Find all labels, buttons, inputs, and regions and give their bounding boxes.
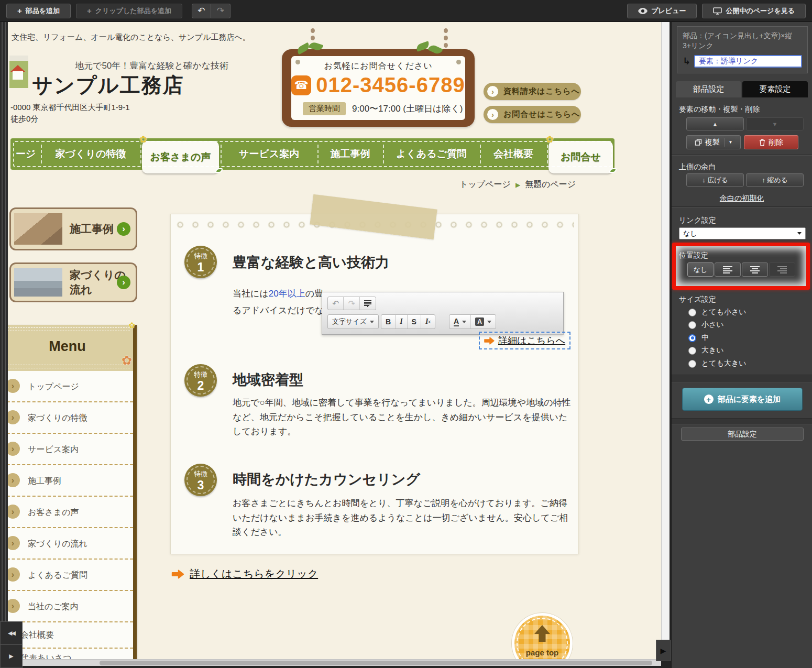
up-triangle-icon: ▲ [712, 121, 718, 127]
sign-inner-board: お気軽にお問合せください ☎ 012-3456-6789 営業時間 9:00〜1… [291, 56, 465, 120]
add-clipped-part-button[interactable]: + クリップした部品を追加 [76, 4, 182, 18]
step-right-button[interactable]: ▶ [1, 644, 22, 667]
menu-item[interactable]: ›家づくりの流れ [8, 528, 133, 560]
page-top-button[interactable]: page top [512, 613, 573, 659]
chevron-right-icon: › [487, 109, 498, 120]
app-window: + 部品を追加 + クリップした部品を追加 ↶ ↷ プレビュー 公開中のページを… [0, 0, 812, 668]
phone-row[interactable]: ☎ 012-3456-6789 [291, 73, 465, 97]
editor-history-group: ↶ ↷ [327, 297, 376, 310]
margin-reset-link[interactable]: 余白の初期化 [672, 194, 812, 203]
scroll-right-button[interactable]: ▶ [656, 640, 671, 661]
delete-button[interactable]: 削除 [744, 135, 798, 149]
menu-item[interactable]: ›当社のご案内 [8, 591, 133, 622]
menu-item[interactable]: ›お客さまの声 [8, 497, 133, 528]
nav-item-top-page[interactable]: ージ [10, 138, 41, 170]
banner-works[interactable]: 施工事例 › [9, 207, 137, 250]
chevron-right-icon: › [8, 536, 20, 550]
margin-shrink-button[interactable]: ↑ 縮める [746, 173, 804, 187]
strikethrough-button[interactable]: S [407, 315, 421, 328]
view-published-button[interactable]: 公開中のページを見る [702, 4, 806, 18]
menu-item[interactable]: 会社概要 [8, 622, 133, 649]
menu-item[interactable]: ›施工事例 [8, 465, 133, 497]
nav-label: お客さまの声 [150, 150, 211, 164]
nav-item-voices[interactable]: お客さまの声 ✿ [140, 138, 221, 170]
leaf-icon [215, 168, 223, 173]
detail-link-selected[interactable]: 詳細はこちらへ [479, 332, 570, 349]
nav-item-services[interactable]: サービス案内 [221, 138, 317, 170]
size-option-m[interactable]: 中 [688, 333, 709, 343]
tab-element-settings[interactable]: 要素設定 [742, 81, 808, 97]
jump-left-button[interactable]: ◀◀ [1, 622, 22, 644]
undo-icon: ↶ [332, 299, 339, 309]
editor-redo-button[interactable]: ↷ [343, 297, 359, 310]
italic-button[interactable]: I [395, 315, 407, 328]
move-up-button[interactable]: ▲ [686, 117, 744, 130]
size-option-xl[interactable]: とても大きい [688, 359, 747, 368]
banner-flow[interactable]: 家づくりの流れ › [9, 262, 137, 302]
bg-color-button[interactable]: A [470, 315, 496, 328]
orange-arrow-icon [484, 337, 495, 345]
editor-paste-button[interactable] [359, 297, 376, 310]
bold-button[interactable]: B [381, 315, 395, 328]
eye-icon [638, 8, 648, 14]
part-label: 部品：(アイコン見出し+文章)×縦3+リンク [683, 31, 802, 51]
top-toolbar: + 部品を追加 + クリップした部品を追加 ↶ ↷ プレビュー 公開中のページを… [0, 0, 812, 22]
position-none-button[interactable]: なし [687, 262, 714, 277]
preview-button[interactable]: プレビュー [627, 4, 697, 18]
text-color-button[interactable]: A [449, 315, 470, 328]
more-link[interactable]: 詳しくはこちらをクリック [171, 567, 318, 581]
contact-button[interactable]: › お問合せはこちらへ [484, 106, 581, 123]
part-settings-button[interactable]: 部品設定 [681, 428, 804, 441]
leaf-icon [427, 43, 443, 56]
horizontal-scrollbar[interactable] [23, 659, 661, 666]
nav-item-faq[interactable]: よくあるご質問 [383, 138, 480, 170]
size-section-title: サイズ設定 [679, 295, 716, 304]
inline-link[interactable]: 20年以上 [269, 289, 305, 299]
add-part-button[interactable]: + 部品を追加 [6, 4, 71, 18]
duplicate-button[interactable]: 複製 ▼ [686, 135, 741, 149]
radio-icon [688, 321, 696, 329]
position-align-right-button[interactable] [769, 262, 795, 277]
size-option-xs[interactable]: とても小さい [688, 308, 747, 317]
menu-item[interactable]: ›家づくりの特徴 [8, 402, 133, 434]
tab-part-settings[interactable]: 部品設定 [676, 81, 741, 97]
site-logo-image[interactable] [9, 56, 28, 88]
preview-label: プレビュー [651, 6, 686, 16]
phone-note: お気軽にお問合せください [291, 61, 465, 72]
font-size-dropdown[interactable]: 文字サイズ [327, 314, 379, 329]
position-align-center-button[interactable] [742, 262, 768, 277]
menu-item[interactable]: ›トップページ [8, 371, 133, 402]
menu-item[interactable]: ›サービス案内 [8, 434, 133, 465]
nav-active-tab: お客さまの声 [142, 141, 219, 173]
caret-down-icon: ▼ [729, 140, 733, 145]
undo-button[interactable]: ↶ [192, 4, 211, 18]
font-size-label: 文字サイズ [332, 317, 367, 326]
nav-item-contact[interactable]: お問合せ ✿ [547, 138, 615, 170]
hours-badge: 営業時間 [303, 102, 346, 115]
breadcrumb-home[interactable]: トップページ [459, 179, 511, 190]
menu-item[interactable]: 代表あいさつ [8, 649, 133, 659]
add-element-button[interactable]: + 部品に要素を追加 [682, 388, 803, 411]
move-down-button[interactable]: ▼ [746, 117, 804, 130]
margin-expand-button[interactable]: ↓ 広げる [686, 173, 744, 187]
nav-item-features[interactable]: 家づくりの特徴 [41, 138, 140, 170]
size-option-l[interactable]: 大きい [688, 346, 724, 355]
menu-item[interactable]: ›よくあるご質問 [8, 560, 133, 591]
link-select[interactable]: なし [679, 227, 806, 239]
element-label-field[interactable]: 要素：誘導リンク [694, 55, 802, 68]
redo-button[interactable]: ↷ [211, 4, 231, 18]
editor-toolbar: ↶ ↷ 文字サイズ B I S Ix A A [322, 292, 564, 335]
position-align-left-button[interactable] [715, 262, 741, 277]
editor-undo-button[interactable]: ↶ [328, 297, 343, 310]
caret-down-icon [797, 232, 802, 235]
clear-format-button[interactable]: Ix [421, 315, 435, 328]
align-left-icon [723, 266, 732, 273]
vertical-scrollbar[interactable] [661, 22, 670, 659]
scrollbar-thumb[interactable] [100, 661, 652, 665]
feature-badge-1: 特徴 1 [184, 246, 217, 278]
nav-item-company[interactable]: 会社概要 [480, 138, 547, 170]
size-option-s[interactable]: 小さい [688, 320, 724, 330]
nav-item-works[interactable]: 施工事例 [317, 138, 383, 170]
badge-number: 2 [184, 379, 217, 392]
request-docs-button[interactable]: › 資料請求はこちらへ [484, 83, 581, 100]
